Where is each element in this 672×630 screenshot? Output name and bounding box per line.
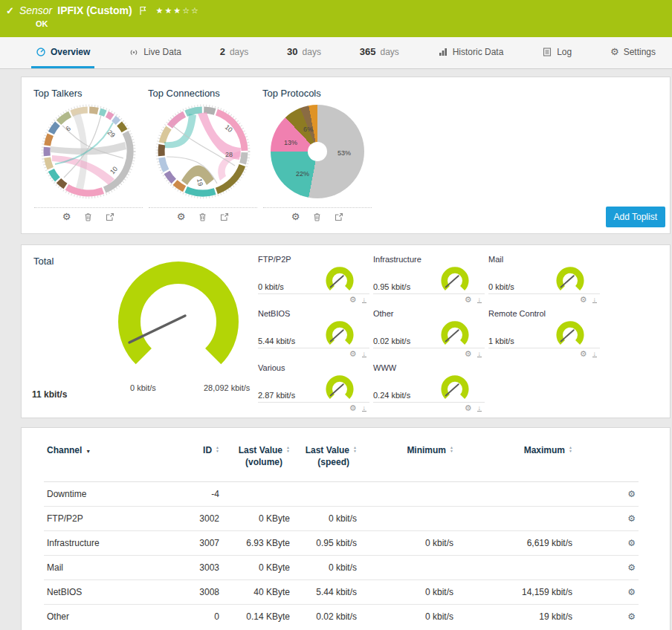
- channel-gauge-value: 5.44 kbit/s: [258, 337, 295, 348]
- sort-arrows-icon[interactable]: ▲▼: [216, 444, 219, 452]
- column-sublabel: (speed): [306, 456, 349, 468]
- toplist-delete-icon[interactable]: [313, 212, 321, 221]
- cell-actions: ⚙: [575, 482, 639, 507]
- tab-label: Settings: [624, 47, 656, 57]
- gauge-settings-icon[interactable]: ⚙: [465, 296, 472, 304]
- channel-settings-icon[interactable]: ⚙: [627, 611, 636, 622]
- sort-arrows-icon[interactable]: ▲▼: [450, 444, 453, 452]
- tab-log[interactable]: Log: [537, 37, 576, 68]
- tab-2-days[interactable]: 2 days: [216, 37, 253, 68]
- cell-min: [360, 507, 456, 531]
- column-label: Last Value: [306, 444, 349, 456]
- sort-arrows-icon[interactable]: ▲▼: [353, 444, 357, 452]
- toplist-top-talkers: Top Talkers 6 29 10: [32, 86, 145, 221]
- tab-bar: Overview Live Data 2 days 30 days 365 da…: [0, 37, 672, 69]
- column-header-1[interactable]: ID▲▼: [174, 440, 222, 482]
- channel-gauge: [436, 372, 474, 402]
- tab-settings[interactable]: ⚙ Settings: [606, 37, 660, 68]
- toplist-toolbar: ⚙: [149, 207, 257, 221]
- tab-30-days[interactable]: 30 days: [282, 37, 326, 68]
- gauge-settings-icon[interactable]: ⚙: [465, 404, 472, 412]
- flag-icon[interactable]: [139, 6, 146, 16]
- table-row[interactable]: Other00.14 KByte0.02 kbit/s0 kbit/s19 kb…: [44, 605, 639, 629]
- toplist-toolbar: ⚙: [34, 207, 143, 221]
- gauge-download-icon[interactable]: ↓: [592, 351, 598, 357]
- toplist-settings-icon[interactable]: ⚙: [291, 212, 300, 221]
- cell-channel: Downtime: [44, 482, 174, 507]
- column-header-2[interactable]: Last Value(volume)▲▼: [222, 440, 293, 482]
- toplist-top-connections: Top Connections 10 28 19: [146, 86, 259, 221]
- channel-gauge-grid: FTP/P2P 0 kbit/s ⚙ ↓ Infrastructure 0.95…: [258, 251, 601, 411]
- column-header-4[interactable]: Minimum▲▼: [360, 440, 456, 482]
- tab-live-data[interactable]: Live Data: [124, 37, 186, 68]
- channel-sort-caret-icon[interactable]: ▼: [85, 447, 91, 454]
- ring-label: 29: [106, 129, 117, 139]
- gauge-settings-icon[interactable]: ⚙: [465, 350, 472, 358]
- channel-gauge: [436, 318, 474, 348]
- tab-overview[interactable]: Overview: [31, 37, 94, 68]
- tab-number: 2: [220, 46, 225, 57]
- cell-min: 0 kbit/s: [360, 605, 456, 629]
- column-header-3[interactable]: Last Value(speed)▲▼: [293, 440, 360, 482]
- toplist-settings-icon[interactable]: ⚙: [177, 212, 186, 221]
- gauge-download-icon[interactable]: ↓: [477, 405, 482, 412]
- total-gauge-title: Total: [33, 256, 54, 267]
- tab-historic-data[interactable]: Historic Data: [433, 37, 508, 68]
- sort-arrows-icon[interactable]: ▲▼: [569, 444, 572, 452]
- channel-settings-icon[interactable]: ⚙: [627, 489, 636, 499]
- gauge-download-icon[interactable]: ↓: [477, 296, 482, 303]
- channel-gauge: [551, 318, 589, 348]
- settings-gear-icon: ⚙: [610, 47, 619, 56]
- toplist-open-icon[interactable]: [106, 212, 114, 221]
- toplist-title: Top Talkers: [33, 88, 145, 99]
- channel-gauge: [320, 318, 359, 348]
- top-talkers-chord-chart[interactable]: 6 29 10: [40, 103, 137, 200]
- channel-settings-icon[interactable]: ⚙: [627, 513, 636, 524]
- channel-settings-icon[interactable]: ⚙: [627, 538, 636, 548]
- cell-min: 0 kbit/s: [360, 531, 456, 556]
- channel-settings-icon[interactable]: ⚙: [627, 562, 636, 573]
- channel-gauge-cell: WWW 0.24 kbit/s ⚙ ↓: [373, 360, 485, 411]
- table-row[interactable]: Infrastructure30076.93 KByte0.95 kbit/s0…: [44, 531, 639, 556]
- gauge-settings-icon[interactable]: ⚙: [349, 404, 357, 412]
- column-header-5[interactable]: Maximum▲▼: [456, 440, 575, 482]
- top-connections-chord-chart[interactable]: 10 28 19: [155, 103, 251, 200]
- toplist-delete-icon[interactable]: [84, 212, 92, 221]
- gauge-download-icon[interactable]: ↓: [362, 351, 367, 357]
- gauge-download-icon[interactable]: ↓: [592, 296, 598, 303]
- sort-arrows-icon[interactable]: ▲▼: [286, 444, 290, 452]
- pie-hole: [308, 142, 327, 161]
- toplists-panel: Top Talkers 6 29 10: [21, 77, 671, 234]
- table-row[interactable]: Mail30030 KByte0 kbit/s⚙: [44, 556, 639, 580]
- gauge-settings-icon[interactable]: ⚙: [580, 350, 587, 358]
- toplist-top-protocols: Top Protocols 53% 22% 13% 6% ⚙: [261, 86, 374, 221]
- table-row[interactable]: NetBIOS300840 KByte5.44 kbit/s0 kbit/s14…: [44, 580, 639, 605]
- toplist-delete-icon[interactable]: [198, 212, 207, 221]
- toplist-open-icon[interactable]: [335, 212, 343, 221]
- gauge-download-icon[interactable]: ↓: [362, 296, 367, 303]
- tab-label: Log: [557, 47, 572, 57]
- tab-label: Historic Data: [453, 47, 504, 57]
- tab-number: 365: [360, 46, 376, 57]
- priority-stars[interactable]: ★★★☆☆: [156, 6, 200, 16]
- channel-settings-icon[interactable]: ⚙: [627, 587, 636, 597]
- channel-gauge-value: 0 kbit/s: [258, 282, 284, 293]
- gauge-settings-icon[interactable]: ⚙: [580, 296, 587, 304]
- table-row[interactable]: FTP/P2P30020 KByte0 kbit/s⚙: [44, 507, 639, 531]
- toplist-open-icon[interactable]: [220, 212, 229, 221]
- table-row[interactable]: Downtime-4⚙: [44, 482, 639, 507]
- column-header-0[interactable]: Channel▼: [44, 440, 174, 482]
- top-protocols-pie-chart[interactable]: 53% 22% 13% 6%: [269, 103, 366, 200]
- add-toplist-button[interactable]: Add Toplist: [606, 207, 665, 227]
- tab-365-days[interactable]: 365 days: [355, 37, 404, 68]
- channel-gauge-label: WWW: [373, 360, 485, 372]
- gauge-download-icon[interactable]: ↓: [362, 405, 367, 412]
- gauge-settings-icon[interactable]: ⚙: [349, 296, 357, 304]
- gauge-download-icon[interactable]: ↓: [477, 351, 482, 357]
- cell-channel: Mail: [44, 556, 174, 580]
- toplist-settings-icon[interactable]: ⚙: [62, 212, 71, 221]
- cell-volume: [222, 482, 293, 507]
- ring-label: 28: [225, 151, 233, 158]
- cell-speed: [293, 482, 360, 507]
- gauge-settings-icon[interactable]: ⚙: [349, 350, 357, 358]
